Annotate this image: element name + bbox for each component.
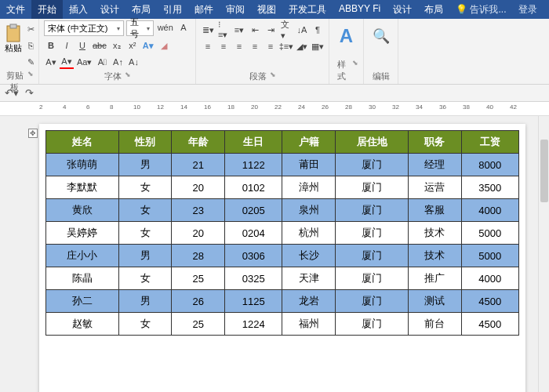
asian-layout-button[interactable]: 文▾ bbox=[279, 23, 293, 37]
decrease-indent-button[interactable]: ⇤ bbox=[248, 23, 262, 37]
clear-format-button[interactable]: ◢ bbox=[157, 38, 171, 53]
table-cell[interactable]: 厦门 bbox=[336, 154, 409, 176]
enclose-char-button[interactable]: A⃝ bbox=[95, 55, 109, 69]
tab-tell-me[interactable]: 💡 告诉我... bbox=[449, 0, 512, 19]
italic-button[interactable]: I bbox=[60, 38, 74, 53]
table-row[interactable]: 赵敏女251224福州厦门前台4500 bbox=[46, 313, 519, 336]
horizontal-ruler[interactable]: 24681012141618202224262830323436384042 bbox=[0, 102, 549, 116]
table-cell[interactable]: 厦门 bbox=[336, 290, 409, 313]
table-cell[interactable]: 女 bbox=[118, 176, 172, 199]
table-cell[interactable]: 孙二 bbox=[46, 290, 119, 313]
table-cell[interactable]: 3500 bbox=[461, 176, 518, 199]
shrink-font-button[interactable]: A↓ bbox=[126, 55, 140, 69]
table-cell[interactable]: 天津 bbox=[282, 267, 336, 290]
data-table[interactable]: 姓名性别年龄生日户籍居住地职务工资 张萌萌男211122莆田厦门经理8000李默… bbox=[45, 130, 519, 336]
table-cell[interactable]: 厦门 bbox=[336, 222, 409, 245]
table-row[interactable]: 庄小小男280306长沙厦门技术5000 bbox=[46, 245, 519, 267]
table-cell[interactable]: 8000 bbox=[461, 154, 518, 176]
vertical-scrollbar[interactable] bbox=[538, 116, 549, 392]
subscript-button[interactable]: x₂ bbox=[110, 38, 124, 53]
table-cell[interactable]: 0205 bbox=[225, 199, 282, 222]
redo-button[interactable]: ↷ bbox=[25, 87, 34, 99]
multilevel-button[interactable]: ≡▾ bbox=[232, 23, 246, 37]
table-cell[interactable]: 赵敏 bbox=[46, 313, 119, 336]
table-cell[interactable]: 男 bbox=[118, 290, 172, 313]
table-cell[interactable]: 运营 bbox=[408, 176, 461, 199]
tab-引用[interactable]: 引用 bbox=[157, 0, 188, 19]
table-cell[interactable]: 女 bbox=[118, 222, 172, 245]
tab-设计[interactable]: 设计 bbox=[387, 0, 418, 19]
table-cell[interactable]: 技术 bbox=[408, 222, 461, 245]
table-cell[interactable]: 女 bbox=[118, 313, 172, 336]
char-border-button[interactable]: A bbox=[176, 20, 191, 34]
table-row[interactable]: 吴婷婷女200204杭州厦门技术5000 bbox=[46, 222, 519, 245]
tab-share[interactable]: 👥 共享 bbox=[544, 0, 549, 19]
table-cell[interactable]: 泉州 bbox=[282, 199, 336, 222]
tab-开始[interactable]: 开始 bbox=[31, 0, 63, 19]
sort-button[interactable]: ↓A bbox=[295, 23, 309, 37]
table-cell[interactable]: 李默默 bbox=[46, 176, 119, 199]
justify-button[interactable]: ≡ bbox=[248, 39, 262, 53]
table-cell[interactable]: 厦门 bbox=[336, 313, 409, 336]
tab-文件[interactable]: 文件 bbox=[0, 0, 31, 19]
table-cell[interactable]: 厦门 bbox=[336, 176, 409, 199]
dialog-launcher-icon[interactable]: ⬊ bbox=[125, 71, 131, 82]
text-effects-button[interactable]: A▾ bbox=[141, 38, 155, 53]
tab-视图[interactable]: 视图 bbox=[251, 0, 282, 19]
table-cell[interactable]: 4500 bbox=[461, 290, 518, 313]
table-cell[interactable]: 4000 bbox=[461, 199, 518, 222]
tab-邮件[interactable]: 邮件 bbox=[188, 0, 220, 19]
table-cell[interactable]: 女 bbox=[118, 267, 172, 290]
table-cell[interactable]: 张萌萌 bbox=[46, 154, 119, 176]
table-cell[interactable]: 1122 bbox=[225, 154, 282, 176]
char-shading-button[interactable]: Aa▾ bbox=[75, 55, 93, 69]
table-cell[interactable]: 漳州 bbox=[282, 176, 336, 199]
table-cell[interactable]: 4000 bbox=[461, 267, 518, 290]
bullets-button[interactable]: ≣▾ bbox=[201, 23, 215, 37]
font-size-combo[interactable]: 五号▾ bbox=[126, 20, 155, 36]
table-cell[interactable]: 测试 bbox=[408, 290, 461, 313]
distribute-button[interactable]: ≡ bbox=[264, 39, 278, 53]
tab-插入[interactable]: 插入 bbox=[63, 0, 94, 19]
table-cell[interactable]: 25 bbox=[172, 313, 225, 336]
table-header[interactable]: 职务 bbox=[408, 131, 461, 154]
bold-button[interactable]: B bbox=[44, 38, 58, 53]
table-cell[interactable]: 杭州 bbox=[282, 222, 336, 245]
find-button[interactable]: 🔍 bbox=[369, 20, 393, 52]
table-header[interactable]: 生日 bbox=[225, 131, 282, 154]
phonetic-guide-button[interactable]: wén bbox=[156, 20, 174, 34]
table-cell[interactable]: 长沙 bbox=[282, 245, 336, 267]
line-spacing-button[interactable]: ‡≡▾ bbox=[279, 39, 293, 53]
highlight-button[interactable]: A▾ bbox=[44, 55, 58, 69]
table-cell[interactable]: 经理 bbox=[408, 154, 461, 176]
table-cell[interactable]: 龙岩 bbox=[282, 290, 336, 313]
font-name-combo[interactable]: 宋体 (中文正文)▾ bbox=[44, 20, 124, 36]
table-cell[interactable]: 0204 bbox=[225, 222, 282, 245]
tab-设计[interactable]: 设计 bbox=[94, 0, 125, 19]
table-row[interactable]: 黄欣女230205泉州厦门客服4000 bbox=[46, 199, 519, 222]
grow-font-button[interactable]: A↑ bbox=[111, 55, 125, 69]
table-row[interactable]: 李默默女200102漳州厦门运营3500 bbox=[46, 176, 519, 199]
table-cell[interactable]: 21 bbox=[172, 154, 225, 176]
table-row[interactable]: 陈晶女250325天津厦门推广4000 bbox=[46, 267, 519, 290]
styles-button[interactable]: A bbox=[335, 20, 358, 52]
table-header[interactable]: 居住地 bbox=[336, 131, 409, 154]
dialog-launcher-icon[interactable]: ⬊ bbox=[352, 59, 358, 82]
font-color-button[interactable]: A▾ bbox=[60, 55, 74, 69]
table-cell[interactable]: 莆田 bbox=[282, 154, 336, 176]
table-header[interactable]: 户籍 bbox=[282, 131, 336, 154]
table-cell[interactable]: 25 bbox=[172, 267, 225, 290]
table-cell[interactable]: 0306 bbox=[225, 245, 282, 267]
table-row[interactable]: 孙二男261125龙岩厦门测试4500 bbox=[46, 290, 519, 313]
underline-button[interactable]: U bbox=[75, 38, 89, 53]
table-cell[interactable]: 23 bbox=[172, 199, 225, 222]
undo-button[interactable]: ↶▾ bbox=[5, 87, 19, 99]
table-cell[interactable]: 技术 bbox=[408, 245, 461, 267]
strike-button[interactable]: abc bbox=[91, 38, 108, 53]
table-header[interactable]: 工资 bbox=[461, 131, 518, 154]
table-header[interactable]: 年龄 bbox=[172, 131, 225, 154]
increase-indent-button[interactable]: ⇥ bbox=[264, 23, 278, 37]
table-cell[interactable]: 福州 bbox=[282, 313, 336, 336]
table-cell[interactable]: 吴婷婷 bbox=[46, 222, 119, 245]
table-row[interactable]: 张萌萌男211122莆田厦门经理8000 bbox=[46, 154, 519, 176]
